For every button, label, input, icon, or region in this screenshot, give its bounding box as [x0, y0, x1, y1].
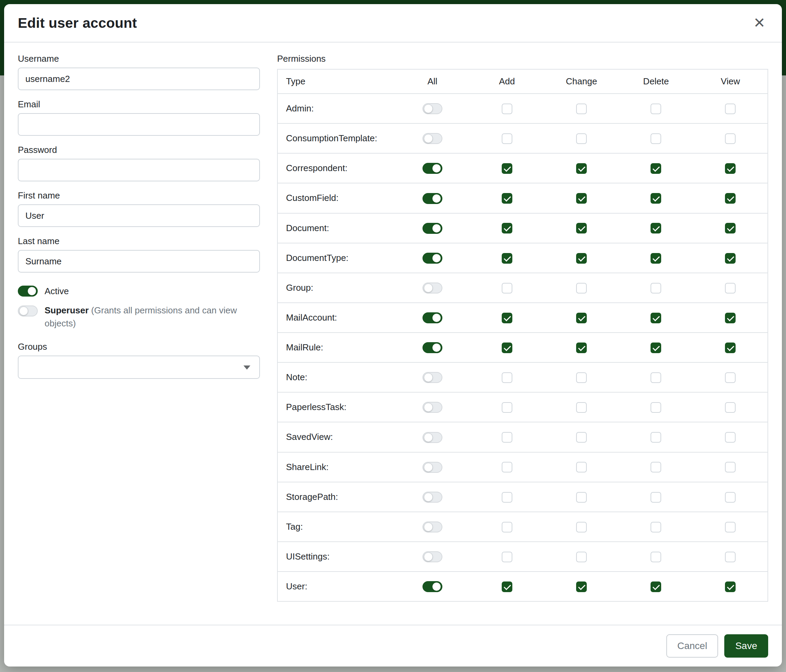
last-name-input[interactable] — [18, 250, 260, 273]
permission-view-checkbox[interactable] — [725, 492, 736, 502]
permission-delete-checkbox[interactable] — [651, 492, 661, 502]
permission-add-checkbox[interactable] — [502, 581, 512, 592]
permission-add-checkbox[interactable] — [502, 104, 512, 114]
permission-all-toggle[interactable] — [423, 253, 442, 264]
permission-delete-checkbox[interactable] — [651, 372, 661, 383]
permission-add-checkbox[interactable] — [502, 522, 512, 532]
permission-delete-checkbox[interactable] — [651, 522, 661, 532]
permission-change-checkbox[interactable] — [576, 342, 587, 353]
permission-change-checkbox[interactable] — [576, 163, 587, 174]
permission-all-toggle[interactable] — [423, 432, 442, 443]
permission-all-toggle[interactable] — [423, 223, 442, 234]
permission-all-toggle[interactable] — [423, 133, 442, 144]
permission-all-toggle[interactable] — [423, 491, 442, 502]
permission-view-checkbox[interactable] — [725, 283, 736, 294]
superuser-toggle[interactable] — [18, 306, 38, 316]
permission-change-checkbox[interactable] — [576, 283, 587, 294]
permission-change-checkbox[interactable] — [576, 372, 587, 383]
permission-add-checkbox[interactable] — [502, 462, 512, 473]
permission-view-checkbox[interactable] — [725, 402, 736, 413]
username-input[interactable] — [18, 68, 260, 90]
permission-change-checkbox[interactable] — [576, 492, 587, 502]
permission-view-checkbox[interactable] — [725, 581, 736, 592]
permission-view-checkbox[interactable] — [725, 253, 736, 264]
active-toggle[interactable] — [18, 286, 38, 297]
permission-all-toggle[interactable] — [423, 312, 442, 323]
permission-all-toggle[interactable] — [423, 551, 442, 562]
permission-change-checkbox[interactable] — [576, 133, 587, 144]
permission-view-checkbox[interactable] — [725, 193, 736, 204]
permission-view-checkbox[interactable] — [725, 342, 736, 353]
permission-delete-checkbox[interactable] — [651, 133, 661, 144]
password-input[interactable] — [18, 159, 260, 181]
first-name-input[interactable] — [18, 204, 260, 227]
save-button[interactable]: Save — [724, 634, 768, 658]
superuser-label: Superuser — [45, 305, 89, 316]
permission-delete-checkbox[interactable] — [651, 402, 661, 413]
permission-delete-checkbox[interactable] — [651, 104, 661, 114]
permission-add-checkbox[interactable] — [502, 552, 512, 562]
permission-all-toggle[interactable] — [423, 103, 442, 114]
permission-delete-checkbox[interactable] — [651, 342, 661, 353]
permission-type-label: DocumentType: — [277, 243, 395, 273]
permission-view-checkbox[interactable] — [725, 522, 736, 532]
permission-view-checkbox[interactable] — [725, 432, 736, 443]
permission-delete-checkbox[interactable] — [651, 432, 661, 443]
close-icon[interactable]: ✕ — [751, 14, 768, 31]
email-input[interactable] — [18, 113, 260, 136]
permission-change-checkbox[interactable] — [576, 552, 587, 562]
permission-all-toggle[interactable] — [423, 342, 442, 353]
permission-add-checkbox[interactable] — [502, 283, 512, 294]
permission-view-checkbox[interactable] — [725, 372, 736, 383]
permission-change-checkbox[interactable] — [576, 193, 587, 204]
switch-knob — [424, 552, 433, 561]
permission-add-checkbox[interactable] — [502, 223, 512, 234]
permission-delete-checkbox[interactable] — [651, 462, 661, 473]
permission-add-checkbox[interactable] — [502, 193, 512, 204]
permission-delete-checkbox[interactable] — [651, 283, 661, 294]
permission-add-checkbox[interactable] — [502, 432, 512, 443]
permission-add-checkbox[interactable] — [502, 342, 512, 353]
permission-all-toggle[interactable] — [423, 283, 442, 294]
permission-view-checkbox[interactable] — [725, 552, 736, 562]
permission-all-toggle[interactable] — [423, 462, 442, 473]
permission-add-checkbox[interactable] — [502, 402, 512, 413]
permission-delete-checkbox[interactable] — [651, 313, 661, 323]
groups-select[interactable] — [18, 356, 260, 379]
permission-delete-checkbox[interactable] — [651, 223, 661, 234]
permission-delete-checkbox[interactable] — [651, 163, 661, 174]
permission-view-checkbox[interactable] — [725, 313, 736, 323]
permission-change-checkbox[interactable] — [576, 253, 587, 264]
permission-change-checkbox[interactable] — [576, 462, 587, 473]
permission-change-checkbox[interactable] — [576, 313, 587, 323]
permission-all-toggle[interactable] — [423, 193, 442, 204]
permission-all-toggle[interactable] — [423, 581, 442, 592]
permission-all-toggle[interactable] — [423, 163, 442, 174]
permission-change-checkbox[interactable] — [576, 402, 587, 413]
permission-view-checkbox[interactable] — [725, 163, 736, 174]
permission-add-checkbox[interactable] — [502, 492, 512, 502]
permission-view-checkbox[interactable] — [725, 223, 736, 234]
permission-change-checkbox[interactable] — [576, 432, 587, 443]
permission-all-toggle[interactable] — [423, 402, 442, 413]
permission-delete-checkbox[interactable] — [651, 193, 661, 204]
permission-change-checkbox[interactable] — [576, 522, 587, 532]
permission-row: DocumentType: — [277, 243, 768, 273]
permission-delete-checkbox[interactable] — [651, 581, 661, 592]
permission-change-checkbox[interactable] — [576, 104, 587, 114]
cancel-button[interactable]: Cancel — [666, 634, 718, 658]
permission-delete-checkbox[interactable] — [651, 552, 661, 562]
permission-add-checkbox[interactable] — [502, 253, 512, 264]
permission-view-checkbox[interactable] — [725, 104, 736, 114]
permission-add-checkbox[interactable] — [502, 163, 512, 174]
permission-delete-checkbox[interactable] — [651, 253, 661, 264]
permission-add-checkbox[interactable] — [502, 133, 512, 144]
permission-all-toggle[interactable] — [423, 521, 442, 532]
permission-add-checkbox[interactable] — [502, 372, 512, 383]
permission-view-checkbox[interactable] — [725, 133, 736, 144]
permission-all-toggle[interactable] — [423, 372, 442, 383]
permission-view-checkbox[interactable] — [725, 462, 736, 473]
permission-add-checkbox[interactable] — [502, 313, 512, 323]
permission-change-checkbox[interactable] — [576, 223, 587, 234]
permission-change-checkbox[interactable] — [576, 581, 587, 592]
